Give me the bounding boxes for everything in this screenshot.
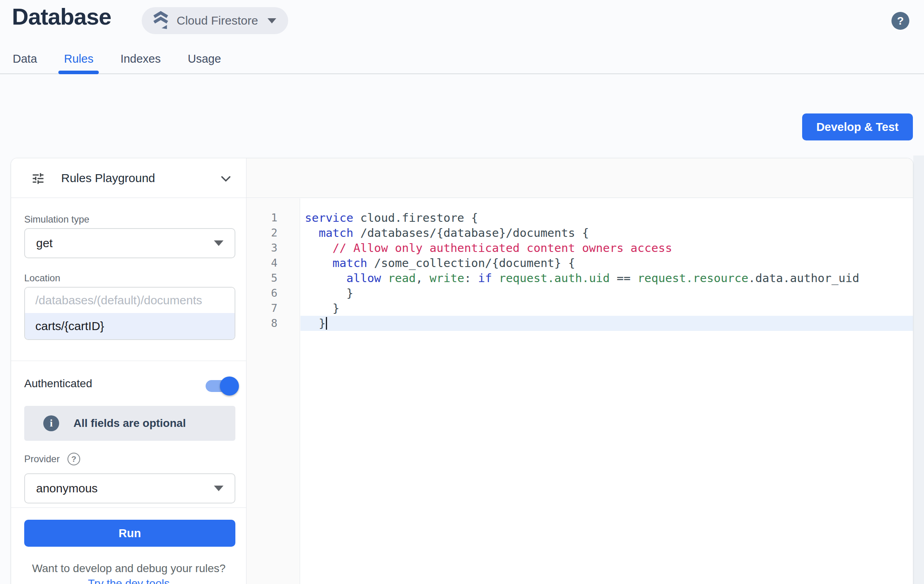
- line-number: 2: [246, 225, 300, 240]
- tab-usage[interactable]: Usage: [187, 52, 222, 65]
- code-line-7[interactable]: }: [300, 301, 913, 316]
- rules-card: Rules Playground Simulation type get Loc…: [11, 158, 913, 584]
- code-line-4[interactable]: match /some_collection/{document} {: [300, 256, 913, 271]
- line-number: 7: [246, 301, 300, 316]
- help-button[interactable]: ?: [891, 12, 909, 30]
- location-label: Location: [24, 273, 60, 284]
- line-number: 4: [246, 256, 300, 271]
- playground-header: Rules Playground: [11, 158, 246, 198]
- provider-label: Provider: [24, 453, 60, 465]
- product-switcher-label: Cloud Firestore: [177, 14, 258, 27]
- provider-value: anonymous: [36, 482, 214, 495]
- playground-title: Rules Playground: [61, 171, 155, 185]
- tab-indexes[interactable]: Indexes: [119, 52, 162, 65]
- line-number: 1: [246, 210, 300, 225]
- run-button[interactable]: Run: [24, 520, 235, 547]
- rules-editor: 12345678 service cloud.firestore { match…: [246, 158, 913, 584]
- dropdown-caret-icon: [214, 486, 223, 491]
- toggle-thumb: [220, 377, 239, 396]
- simulation-type-value: get: [36, 236, 214, 250]
- chevron-down-icon: [268, 18, 276, 23]
- tabs-divider: [0, 73, 924, 74]
- code-line-5[interactable]: allow read, write: if request.auth.uid =…: [300, 271, 913, 286]
- tab-data[interactable]: Data: [12, 52, 38, 65]
- info-banner-text: All fields are optional: [73, 417, 186, 430]
- section-divider: [11, 507, 246, 508]
- authenticated-toggle[interactable]: [206, 380, 237, 392]
- line-number: 6: [246, 286, 300, 301]
- tune-icon: [31, 171, 45, 186]
- page-title: Database: [12, 3, 111, 30]
- authenticated-label: Authenticated: [24, 377, 92, 390]
- code-line-8[interactable]: }: [300, 316, 913, 331]
- provider-help-icon[interactable]: ?: [67, 453, 80, 465]
- tab-bar: DataRulesIndexesUsage: [12, 52, 222, 65]
- info-banner: i All fields are optional: [24, 406, 235, 441]
- location-input-group: /databases/(default)/documents carts/{ca…: [24, 287, 235, 340]
- section-divider: [11, 361, 246, 361]
- rules-playground-panel: Rules Playground Simulation type get Loc…: [11, 158, 246, 584]
- provider-select[interactable]: anonymous: [24, 473, 235, 503]
- tab-rules[interactable]: Rules: [63, 52, 94, 65]
- try-dev-tools-link[interactable]: Try the dev tools: [88, 577, 170, 584]
- line-number-gutter: 12345678: [246, 198, 300, 584]
- code-line-6[interactable]: }: [300, 286, 913, 301]
- simulation-type-select[interactable]: get: [24, 228, 235, 258]
- dropdown-caret-icon: [214, 240, 223, 246]
- product-switcher-chip[interactable]: Cloud Firestore: [142, 7, 288, 34]
- line-number: 5: [246, 271, 300, 286]
- devtools-question: Want to develop and debug your rules?: [11, 562, 246, 575]
- line-number: 8: [246, 316, 300, 331]
- collapse-chevron-icon[interactable]: [219, 172, 233, 185]
- code-line-2[interactable]: match /databases/{database}/documents {: [300, 225, 913, 240]
- develop-and-test-button[interactable]: Develop & Test: [802, 113, 913, 140]
- text-cursor: [326, 317, 327, 330]
- code-line-3[interactable]: // Allow only authenticated content owne…: [300, 240, 913, 256]
- simulation-type-label: Simulation type: [24, 214, 89, 225]
- location-prefix-placeholder[interactable]: /databases/(default)/documents: [25, 288, 235, 313]
- editor-body: 12345678 service cloud.firestore { match…: [246, 198, 913, 584]
- info-icon: i: [43, 415, 59, 431]
- code-area[interactable]: service cloud.firestore { match /databas…: [300, 198, 913, 584]
- editor-toolbar: [246, 158, 913, 198]
- code-line-1[interactable]: service cloud.firestore {: [300, 210, 913, 225]
- content-background: [913, 156, 924, 584]
- location-input[interactable]: carts/{cartID}: [25, 313, 235, 339]
- line-number: 3: [246, 240, 300, 256]
- firestore-icon: [152, 10, 169, 31]
